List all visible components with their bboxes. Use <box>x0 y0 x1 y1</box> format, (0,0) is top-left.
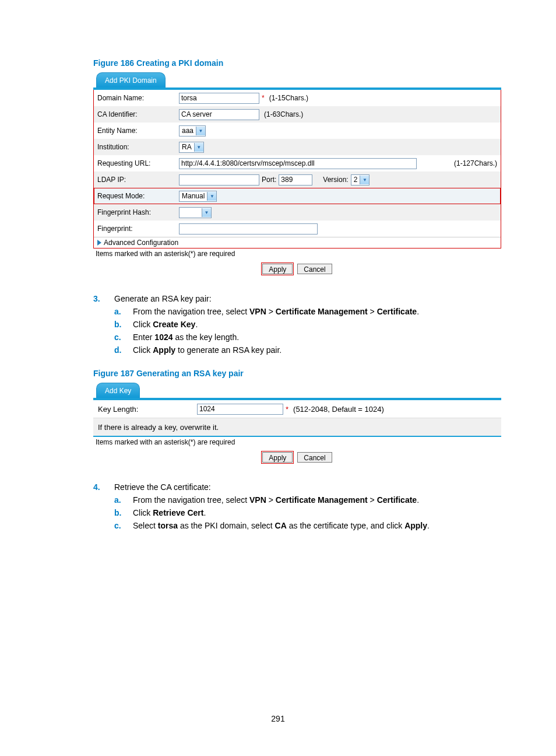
ldap-ip-label: LDAP IP: <box>97 176 179 184</box>
chevron-down-icon: ▼ <box>194 143 203 152</box>
ldap-ip-input[interactable] <box>179 174 259 186</box>
fingerprint-input[interactable] <box>179 223 318 235</box>
chevron-down-icon: ▼ <box>196 127 205 135</box>
requesting-url-hint: (1-127Chars.) <box>454 159 497 167</box>
ldap-version-select[interactable]: 2 ▼ <box>351 174 370 186</box>
step-number: 3. <box>93 294 114 358</box>
apply-button[interactable]: Apply <box>262 452 293 463</box>
ca-identifier-input[interactable] <box>179 109 259 120</box>
key-length-label: Key Length: <box>98 405 197 414</box>
step-3b-text: Click Create Key. <box>133 320 198 329</box>
request-mode-label: Request Mode: <box>97 192 179 200</box>
substep-letter: b. <box>114 320 133 329</box>
figure-187-caption: Figure 187 Generating an RSA key pair <box>93 369 498 378</box>
domain-name-hint: (1-15Chars.) <box>269 94 308 102</box>
port-label: Port: <box>262 176 276 184</box>
substep-letter: d. <box>114 345 133 355</box>
substep-letter: b. <box>114 508 133 517</box>
fingerprint-hash-select[interactable]: ▼ <box>179 207 212 218</box>
substep-letter: a. <box>114 307 133 316</box>
substep-letter: a. <box>114 495 133 505</box>
step-4b-text: Click Retrieve Cert. <box>133 508 206 517</box>
chevron-down-icon: ▼ <box>207 192 216 201</box>
key-length-input[interactable] <box>197 404 283 415</box>
step-4-lead: Retrieve the CA certificate: <box>114 482 498 492</box>
ca-identifier-label: CA Identifier: <box>97 110 179 118</box>
requesting-url-input[interactable] <box>179 158 417 169</box>
apply-button[interactable]: Apply <box>262 264 293 274</box>
overwrite-note: If there is already a key, overwrite it. <box>98 423 219 432</box>
entity-name-select[interactable]: aaa ▼ <box>179 125 206 136</box>
cancel-button[interactable]: Cancel <box>297 452 332 463</box>
substep-letter: c. <box>114 521 133 530</box>
required-mark: * <box>286 405 288 414</box>
step-3d-text: Click Apply to generate an RSA key pair. <box>133 345 281 355</box>
step-3-lead: Generate an RSA key pair: <box>114 294 498 303</box>
step-4a-text: From the navigation tree, select VPN > C… <box>133 495 419 505</box>
version-label: Version: <box>323 176 348 184</box>
ca-identifier-hint: (1-63Chars.) <box>264 110 303 118</box>
step-number: 4. <box>93 482 114 534</box>
figure-186-panel: Add PKI Domain Domain Name: * (1-15Chars… <box>93 72 501 276</box>
entity-name-label: Entity Name: <box>97 127 179 135</box>
institution-label: Institution: <box>97 143 179 151</box>
step-3a-text: From the navigation tree, select VPN > C… <box>133 307 419 316</box>
advanced-configuration-toggle[interactable]: Advanced Configuration <box>94 237 501 248</box>
fingerprint-hash-label: Fingerprint Hash: <box>97 208 179 216</box>
chevron-down-icon: ▼ <box>360 176 369 184</box>
key-length-hint: (512-2048, Default = 1024) <box>293 405 384 414</box>
domain-name-input[interactable] <box>179 93 259 104</box>
triangle-right-icon <box>97 240 101 246</box>
institution-select[interactable]: RA ▼ <box>179 142 204 153</box>
fingerprint-label: Fingerprint: <box>97 225 179 233</box>
request-mode-select[interactable]: Manual ▼ <box>179 191 217 202</box>
add-key-tab[interactable]: Add Key <box>96 383 140 398</box>
ldap-port-input[interactable] <box>279 174 312 186</box>
step-3c-text: Enter 1024 as the key length. <box>133 332 239 342</box>
substep-letter: c. <box>114 332 133 342</box>
required-note: Items marked with an asterisk(*) are req… <box>93 437 501 450</box>
figure-186-caption: Figure 186 Creating a PKI domain <box>93 58 498 68</box>
page-number: 291 <box>0 714 556 723</box>
figure-187-panel: Add Key Key Length: * (512-2048, Default… <box>93 383 501 465</box>
step-4c-text: Select torsa as the PKI domain, select C… <box>133 521 430 530</box>
chevron-down-icon: ▼ <box>202 208 211 217</box>
add-pki-domain-tab[interactable]: Add PKI Domain <box>96 72 166 88</box>
requesting-url-label: Requesting URL: <box>97 159 179 167</box>
domain-name-label: Domain Name: <box>97 94 179 102</box>
required-note: Items marked with an asterisk(*) are req… <box>93 249 501 261</box>
cancel-button[interactable]: Cancel <box>297 264 332 274</box>
required-mark: * <box>262 94 265 102</box>
